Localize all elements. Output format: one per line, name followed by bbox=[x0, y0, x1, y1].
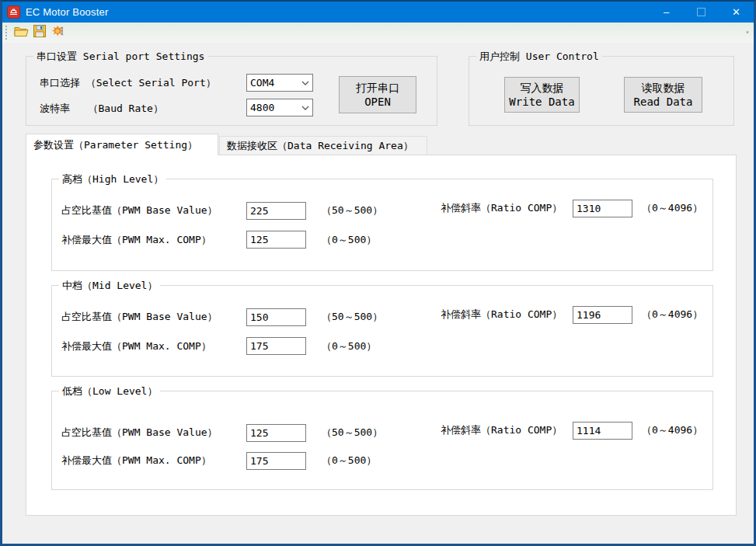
save-file-button[interactable] bbox=[30, 24, 49, 41]
read-data-button-cn: 读取数据 bbox=[642, 81, 685, 95]
tools-button[interactable] bbox=[49, 24, 68, 41]
mid-pwm-base-value-input[interactable] bbox=[246, 308, 306, 326]
ratio-comp-range: （0～4096） bbox=[642, 308, 702, 321]
serial-settings-group: 串口设置 Serial port Settings 串口选择 （Select S… bbox=[26, 56, 437, 126]
tab-parameter-setting[interactable]: 参数设置（Parameter Setting） bbox=[26, 134, 218, 155]
serial-settings-group-title: 串口设置 Serial port Settings bbox=[33, 50, 207, 64]
pwm-max-comp-range: （0～500） bbox=[322, 340, 376, 353]
pwm-base-value-range: （50～500） bbox=[322, 204, 382, 217]
write-data-button[interactable]: 写入数据 Write Data bbox=[504, 77, 580, 113]
high-ratio-comp-input[interactable] bbox=[573, 200, 632, 217]
mid-level-group-title: 中档（Mid Level） bbox=[59, 279, 160, 293]
ratio-comp-label: 补偿斜率（Ratio COMP） bbox=[441, 202, 562, 214]
high-pwm-base-value-input[interactable] bbox=[246, 202, 306, 220]
read-data-button[interactable]: 读取数据 Read Data bbox=[624, 77, 702, 113]
pwm-max-comp-label: 补偿最大值（PWM Max. COMP） bbox=[61, 234, 211, 246]
titlebar: EC Motor Booster – ✕ bbox=[2, 2, 754, 23]
ratio-comp-range: （0～4096） bbox=[642, 424, 702, 436]
mid-pwm-max-comp-input[interactable] bbox=[246, 337, 306, 355]
open-folder-icon bbox=[14, 26, 29, 40]
mid-level-group: 中档（Mid Level） 占空比基值（PWM Base Value） （50～… bbox=[51, 285, 713, 377]
save-icon bbox=[33, 25, 46, 40]
ratio-comp-range: （0～4096） bbox=[642, 202, 702, 214]
pwm-base-value-range: （50～500） bbox=[322, 426, 382, 439]
ratio-comp-label: 补偿斜率（Ratio COMP） bbox=[441, 424, 562, 436]
user-control-group-title: 用户控制 User Control bbox=[476, 50, 602, 64]
serial-port-combobox[interactable]: COM4 bbox=[246, 74, 313, 92]
pwm-base-value-label: 占空比基值（PWM Base Value） bbox=[61, 426, 218, 439]
tools-icon bbox=[51, 25, 66, 40]
high-level-group-title: 高档（High Level） bbox=[59, 172, 166, 186]
low-pwm-max-comp-input[interactable] bbox=[246, 452, 306, 470]
low-level-group-title: 低档（Low Level） bbox=[59, 384, 160, 398]
select-serial-port-label: 串口选择 （Select Serial Port） bbox=[40, 77, 216, 89]
maximize-button[interactable] bbox=[684, 2, 719, 23]
tab-data-receiving-area-label: 数据接收区（Data Receiving Area） bbox=[227, 139, 413, 153]
mid-ratio-comp-input[interactable] bbox=[573, 306, 632, 324]
pwm-max-comp-range: （0～500） bbox=[322, 454, 376, 467]
chevron-down-icon bbox=[301, 81, 309, 85]
pwm-max-comp-range: （0～500） bbox=[322, 234, 376, 246]
read-data-button-en: Read Data bbox=[634, 95, 693, 109]
open-serial-port-button[interactable]: 打开串口 OPEN bbox=[339, 76, 416, 113]
user-control-group: 用户控制 User Control 写入数据 Write Data 读取数据 R… bbox=[469, 56, 734, 126]
tab-data-receiving-area[interactable]: 数据接收区（Data Receiving Area） bbox=[219, 136, 427, 155]
pwm-max-comp-label: 补偿最大值（PWM Max. COMP） bbox=[61, 454, 211, 467]
baud-rate-value: 4800 bbox=[247, 102, 274, 113]
toolbar-gripper[interactable] bbox=[5, 26, 8, 40]
ratio-comp-label: 补偿斜率（Ratio COMP） bbox=[441, 308, 562, 321]
maximize-icon bbox=[697, 8, 705, 16]
pwm-base-value-label: 占空比基值（PWM Base Value） bbox=[61, 204, 218, 217]
toolbar-overflow-button[interactable]: ▾ bbox=[743, 24, 752, 40]
open-serial-port-button-en: OPEN bbox=[364, 95, 391, 109]
high-pwm-max-comp-input[interactable] bbox=[246, 231, 306, 249]
close-button[interactable]: ✕ bbox=[719, 2, 754, 23]
pwm-max-comp-label: 补偿最大值（PWM Max. COMP） bbox=[61, 340, 211, 353]
window-title: EC Motor Booster bbox=[26, 6, 109, 18]
write-data-button-cn: 写入数据 bbox=[521, 81, 564, 95]
write-data-button-en: Write Data bbox=[509, 95, 574, 109]
baud-rate-label: 波特率 （Baud Rate） bbox=[40, 103, 163, 115]
app-window: EC Motor Booster – ✕ bbox=[0, 0, 756, 546]
low-ratio-comp-input[interactable] bbox=[573, 422, 632, 440]
high-level-group: 高档（High Level） 占空比基值（PWM Base Value） （50… bbox=[51, 179, 713, 271]
pwm-base-value-label: 占空比基值（PWM Base Value） bbox=[61, 311, 218, 323]
serial-port-value: COM4 bbox=[247, 77, 274, 89]
open-file-button[interactable] bbox=[12, 24, 30, 41]
pwm-base-value-range: （50～500） bbox=[322, 311, 382, 323]
app-icon[interactable] bbox=[7, 5, 20, 19]
chevron-down-icon bbox=[301, 106, 309, 110]
toolbar: ▾ bbox=[2, 23, 754, 43]
tab-parameter-setting-label: 参数设置（Parameter Setting） bbox=[33, 138, 197, 152]
low-level-group: 低档（Low Level） 占空比基值（PWM Base Value） （50～… bbox=[51, 391, 713, 490]
baud-rate-combobox[interactable]: 4800 bbox=[246, 99, 313, 117]
open-serial-port-button-cn: 打开串口 bbox=[356, 81, 399, 95]
low-pwm-base-value-input[interactable] bbox=[246, 424, 306, 442]
minimize-button[interactable]: – bbox=[649, 2, 684, 23]
